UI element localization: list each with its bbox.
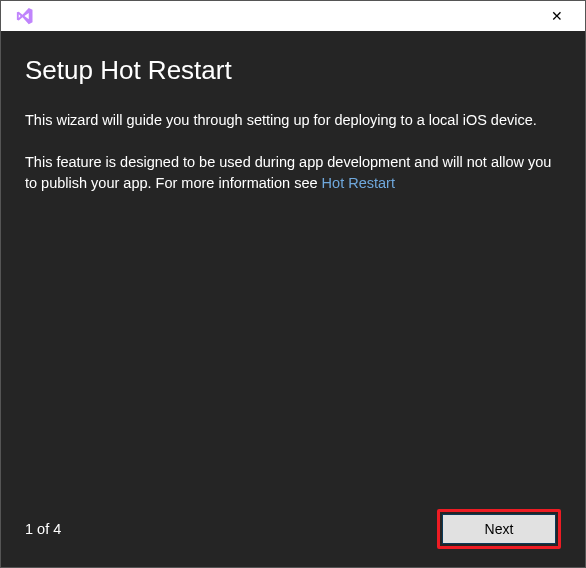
page-indicator: 1 of 4 [25, 521, 61, 537]
hot-restart-link[interactable]: Hot Restart [322, 175, 395, 191]
next-button-label: Next [485, 521, 514, 537]
spacer [25, 215, 561, 509]
next-button[interactable]: Next [442, 514, 556, 544]
feature-paragraph: This feature is designed to be used duri… [25, 152, 561, 193]
close-button[interactable]: ✕ [537, 2, 577, 30]
next-button-highlight: Next [437, 509, 561, 549]
visual-studio-icon [15, 6, 35, 26]
titlebar: ✕ [1, 1, 585, 31]
wizard-content: Setup Hot Restart This wizard will guide… [1, 31, 585, 567]
wizard-footer: 1 of 4 Next [25, 509, 561, 549]
wizard-window: ✕ Setup Hot Restart This wizard will gui… [0, 0, 586, 568]
feature-text: This feature is designed to be used duri… [25, 154, 551, 190]
close-icon: ✕ [551, 8, 563, 24]
intro-paragraph: This wizard will guide you through setti… [25, 110, 561, 130]
titlebar-left [9, 6, 35, 26]
page-title: Setup Hot Restart [25, 55, 561, 86]
